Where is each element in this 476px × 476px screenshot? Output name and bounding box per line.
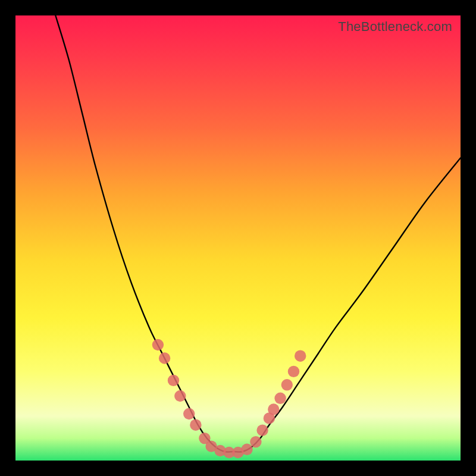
chart-marker [274,393,286,404]
chart-frame: TheBottleneck.com [0,0,476,476]
chart-overlay [15,15,461,461]
plot-area: TheBottleneck.com [15,15,461,461]
chart-marker [256,424,268,436]
chart-marker [190,419,201,431]
chart-curve [55,15,461,452]
chart-marker [268,403,279,415]
chart-marker [288,366,299,377]
chart-marker [183,408,195,419]
chart-marker [241,444,252,455]
chart-markers [152,339,306,458]
chart-marker [250,436,261,447]
chart-marker [174,390,186,402]
chart-marker [281,379,293,390]
chart-marker [168,375,179,386]
chart-marker [152,339,164,350]
chart-marker [159,352,170,364]
chart-marker [295,350,306,362]
